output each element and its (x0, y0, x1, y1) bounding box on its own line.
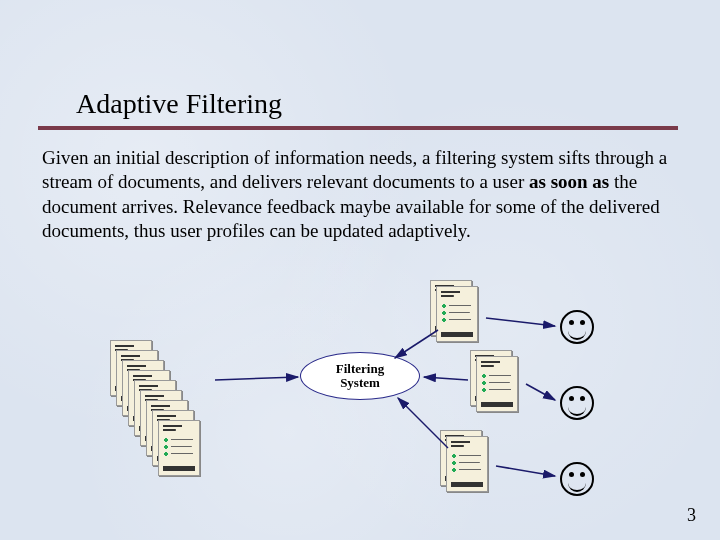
body-text-emph: as soon as (529, 171, 609, 192)
svg-line-4 (486, 318, 555, 326)
svg-line-0 (215, 377, 298, 380)
diagram-arrows (0, 280, 720, 540)
svg-line-3 (398, 398, 448, 448)
svg-line-2 (424, 377, 468, 380)
svg-line-6 (496, 466, 555, 476)
title-rule (38, 126, 678, 130)
diagram: Filtering System (0, 280, 720, 540)
slide-title: Adaptive Filtering (76, 88, 282, 120)
page-number: 3 (687, 505, 696, 526)
body-paragraph: Given an initial description of informat… (42, 146, 682, 243)
svg-line-5 (526, 384, 555, 400)
svg-line-1 (395, 330, 438, 358)
